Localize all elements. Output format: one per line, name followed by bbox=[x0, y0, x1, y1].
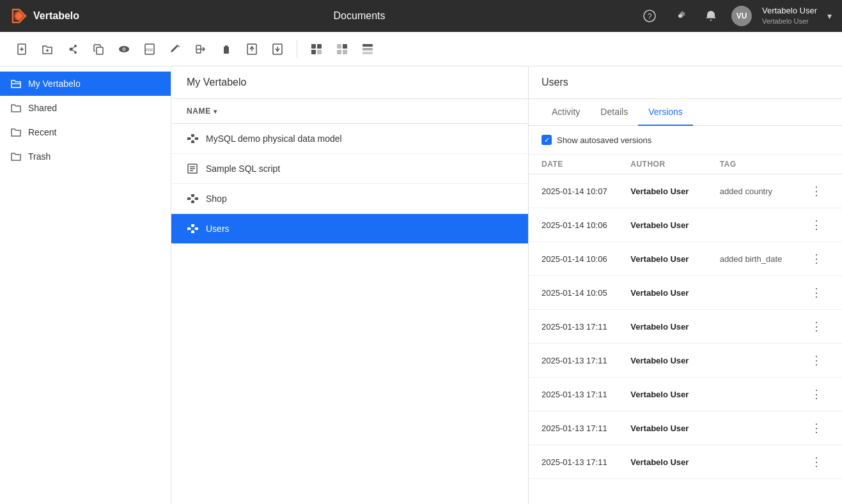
edit-button[interactable] bbox=[164, 38, 187, 61]
list-item-shop[interactable]: Shop bbox=[171, 184, 528, 214]
svg-point-10 bbox=[70, 47, 73, 50]
chevron-down-icon: ▾ bbox=[827, 11, 832, 21]
version-row: 2025-01-14 10:07 Vertabelo User added co… bbox=[529, 174, 842, 208]
new-folder-button[interactable] bbox=[36, 38, 59, 61]
version-date-0: 2025-01-14 10:07 bbox=[542, 187, 630, 196]
sidebar-label-my-vertabelo: My Vertabelo bbox=[28, 79, 81, 89]
content-list: NAME ▾ MySQL demo p bbox=[171, 99, 528, 504]
col-actions bbox=[809, 160, 829, 169]
sidebar-item-my-vertabelo[interactable]: My Vertabelo bbox=[0, 72, 171, 96]
topnav: Vertabelo Documents ? VU Vertabelo User … bbox=[0, 0, 842, 32]
list-item-users[interactable]: Users bbox=[171, 214, 528, 244]
folder-svg bbox=[10, 102, 22, 114]
detail-title: Users bbox=[529, 66, 842, 99]
svg-rect-61 bbox=[195, 227, 198, 230]
version-date-5: 2025-01-13 17:11 bbox=[542, 356, 630, 365]
user-name: Vertabelo User bbox=[762, 6, 817, 17]
svg-rect-34 bbox=[343, 50, 347, 54]
copy-button[interactable] bbox=[87, 38, 110, 61]
version-date-4: 2025-01-13 17:11 bbox=[542, 322, 630, 332]
move-button[interactable] bbox=[189, 38, 212, 61]
version-row: 2025-01-13 17:11 Vertabelo User ⋮ bbox=[529, 411, 842, 445]
version-row: 2025-01-13 17:11 Vertabelo User ⋮ bbox=[529, 378, 842, 411]
col-author: Author bbox=[630, 160, 719, 169]
diagram-icon-users bbox=[187, 223, 198, 234]
list-item-mysql-demo[interactable]: MySQL demo physical data model bbox=[171, 124, 528, 154]
delete-button[interactable] bbox=[215, 38, 238, 61]
version-menu-button-3[interactable]: ⋮ bbox=[809, 285, 824, 300]
item-label-sample-sql: Sample SQL script bbox=[206, 164, 280, 174]
version-row: 2025-01-13 17:11 Vertabelo User ⋮ bbox=[529, 344, 842, 378]
svg-rect-38 bbox=[187, 137, 191, 140]
version-author-0: Vertabelo User bbox=[630, 187, 719, 196]
svg-rect-30 bbox=[317, 50, 322, 54]
folder-open-svg bbox=[10, 78, 22, 89]
new-doc-icon bbox=[15, 43, 28, 56]
diagram-icon-mysql bbox=[187, 133, 198, 144]
svg-point-11 bbox=[74, 45, 77, 47]
folder-icon-trash bbox=[10, 151, 22, 162]
version-menu-button-4[interactable]: ⋮ bbox=[809, 319, 824, 334]
autosave-checkbox[interactable]: ✓ bbox=[542, 135, 552, 145]
move-icon bbox=[194, 43, 207, 56]
settings-button[interactable] bbox=[670, 6, 690, 26]
sidebar-item-recent[interactable]: Recent bbox=[0, 120, 171, 144]
svg-rect-32 bbox=[343, 44, 347, 49]
version-author-2: Vertabelo User bbox=[630, 254, 719, 264]
gear-icon bbox=[674, 10, 687, 22]
diagram-svg bbox=[187, 133, 198, 144]
help-button[interactable]: ? bbox=[639, 6, 660, 26]
toggle1-button[interactable] bbox=[305, 38, 328, 61]
svg-rect-27 bbox=[311, 44, 316, 49]
grid-icon bbox=[310, 43, 323, 56]
share-button[interactable] bbox=[61, 38, 84, 61]
main-layout: My Vertabelo Shared Recent bbox=[0, 66, 842, 504]
svg-line-13 bbox=[72, 47, 75, 49]
copy-icon bbox=[92, 43, 105, 56]
tab-activity[interactable]: Activity bbox=[542, 99, 590, 126]
svg-rect-39 bbox=[191, 134, 194, 137]
svg-text:?: ? bbox=[648, 12, 652, 21]
list-column-name: NAME ▾ bbox=[171, 99, 528, 124]
toggle3-button[interactable] bbox=[356, 38, 379, 61]
script-svg bbox=[187, 163, 198, 174]
version-author-7: Vertabelo User bbox=[630, 424, 719, 433]
tab-details[interactable]: Details bbox=[590, 99, 638, 126]
sidebar-item-shared[interactable]: Shared bbox=[0, 96, 171, 120]
content-panel: My Vertabelo NAME ▾ bbox=[171, 66, 529, 504]
version-menu-button-6[interactable]: ⋮ bbox=[809, 386, 824, 402]
sidebar-item-trash[interactable]: Trash bbox=[0, 144, 171, 169]
new-document-button[interactable] bbox=[10, 38, 33, 61]
col-tag: Tag bbox=[720, 160, 809, 169]
version-tag-2: added birth_date bbox=[720, 254, 809, 264]
user-dropdown-button[interactable]: ▾ bbox=[827, 11, 832, 21]
folder-open-icon bbox=[10, 78, 22, 89]
item-label-shop: Shop bbox=[206, 194, 227, 204]
trash-icon bbox=[220, 43, 233, 56]
version-menu-button-7[interactable]: ⋮ bbox=[809, 420, 824, 436]
import-button[interactable] bbox=[266, 38, 289, 61]
version-menu-button-0[interactable]: ⋮ bbox=[809, 183, 824, 199]
tab-versions[interactable]: Versions bbox=[638, 99, 693, 126]
version-menu-button-2[interactable]: ⋮ bbox=[809, 251, 824, 266]
version-menu-button-5[interactable]: ⋮ bbox=[809, 353, 824, 368]
view-button[interactable] bbox=[113, 38, 136, 61]
detail-panel: Users Activity Details Versions ✓ Show a… bbox=[529, 66, 842, 504]
version-menu-button-1[interactable]: ⋮ bbox=[809, 217, 824, 233]
version-author-5: Vertabelo User bbox=[630, 356, 719, 365]
svg-rect-31 bbox=[337, 44, 341, 49]
folder-svg-3 bbox=[10, 151, 22, 162]
export-button[interactable] bbox=[240, 38, 263, 61]
notifications-button[interactable] bbox=[701, 6, 721, 26]
grid2-icon bbox=[336, 43, 348, 56]
list-item-sample-sql[interactable]: Sample SQL script bbox=[171, 154, 528, 184]
col-date: Date bbox=[542, 160, 630, 169]
version-menu-button-8[interactable]: ⋮ bbox=[809, 454, 824, 470]
sidebar: My Vertabelo Shared Recent bbox=[0, 66, 171, 504]
svg-rect-28 bbox=[317, 44, 322, 49]
version-author-8: Vertabelo User bbox=[630, 457, 719, 467]
version-row: 2025-01-14 10:05 Vertabelo User ⋮ bbox=[529, 276, 842, 310]
toggle2-button[interactable] bbox=[331, 38, 354, 61]
export-pdf-button[interactable]: PDF bbox=[138, 38, 161, 61]
bell-icon bbox=[705, 10, 717, 22]
